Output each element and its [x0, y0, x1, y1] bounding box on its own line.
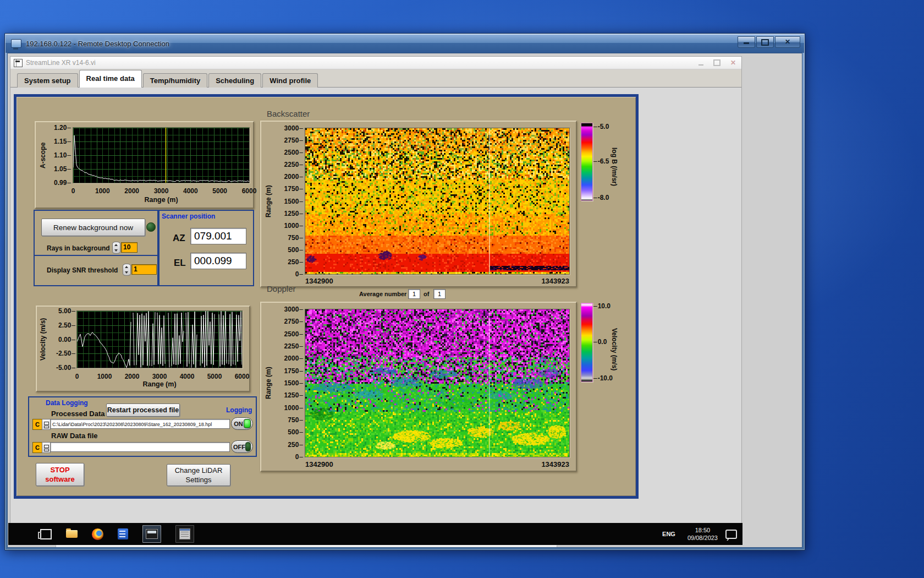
app-close-icon[interactable]: ✕: [730, 59, 736, 67]
backscatter-x-end: 1343923: [541, 277, 569, 285]
snr-spinner[interactable]: [123, 264, 131, 276]
processed-path-field[interactable]: C:\Lidar\Data\Proc\2023\202308\20230809\…: [50, 419, 230, 429]
velocity-x-axis-label: Range (m): [77, 380, 242, 388]
backscatter-y-ticks: 3000275025002250200017501500125010007505…: [278, 128, 303, 274]
file-explorer-icon[interactable]: [66, 530, 78, 538]
data-logging-group: Data Logging Processed Data file Restart…: [28, 396, 257, 457]
app-minimize-icon[interactable]: [698, 64, 703, 66]
close-icon: ✕: [776, 37, 800, 47]
rdp-titlebar[interactable]: 192.168.0.122 - Remote Desktop Connectio…: [6, 34, 804, 53]
processed-path-browse-icon[interactable]: [42, 419, 51, 430]
scheduler-icon: [179, 528, 190, 539]
backscatter-plot[interactable]: [305, 128, 570, 275]
minimize-icon: [744, 42, 749, 44]
change-line2: Settings: [186, 475, 212, 484]
doppler-plot[interactable]: [305, 309, 570, 457]
processed-toggle-label: ON: [233, 421, 244, 427]
ascope-x-ticks: 0100020003000400050006000: [73, 186, 249, 194]
tab-strip: System setup Real time data Temp/humidit…: [10, 69, 741, 88]
doppler-title: Doppler: [267, 284, 296, 293]
document-app-icon[interactable]: [118, 528, 128, 539]
raw-toggle-lamp-icon: [245, 442, 251, 451]
doppler-graph: Range (m) 300027502500225020001750150012…: [260, 302, 577, 472]
rays-value-field[interactable]: 10: [121, 242, 138, 253]
firefox-icon[interactable]: [92, 528, 103, 540]
velocity-x-ticks: 0100020003000400050006000: [77, 372, 242, 379]
doppler-x-end: 1343923: [541, 460, 569, 468]
renew-background-button[interactable]: Renew background now: [41, 219, 145, 236]
stop-software-button[interactable]: STOP software: [36, 463, 84, 486]
ascope-y-axis-label: A-scope: [39, 128, 47, 183]
rdp-close-button[interactable]: ✕: [775, 36, 800, 48]
velocity-graph: Velocity (m/s) 5.002.500.00-2.50-5.00 01…: [36, 306, 250, 392]
active-app-taskbar-button[interactable]: [142, 525, 161, 543]
restart-processed-file-button[interactable]: Restart processed file: [106, 403, 180, 417]
app-title: StreamLine XR v14-6.vi: [26, 59, 96, 67]
rays-spinner[interactable]: [112, 242, 120, 254]
el-value-field[interactable]: 000.099: [190, 253, 246, 269]
raw-path-browse-icon[interactable]: [42, 442, 51, 453]
raw-path-field[interactable]: [50, 442, 230, 452]
processed-toggle-lamp-icon: [244, 419, 251, 428]
processed-drive-box[interactable]: C: [32, 419, 42, 430]
monitor-icon: [146, 529, 158, 539]
doppler-y-ticks: 3000275025002250200017501500125010007505…: [278, 309, 303, 457]
remote-desktop: StreamLine XR v14-6.vi ✕ System setup Re…: [7, 53, 802, 548]
spinner-down-icon[interactable]: [125, 271, 128, 274]
task-view-icon[interactable]: [40, 529, 52, 539]
rdp-icon: [11, 39, 21, 48]
doppler-y-axis-label: Range (m): [265, 309, 272, 457]
backscatter-y-axis-label: Range (m): [265, 128, 272, 274]
backscatter-x-start: 1342900: [305, 277, 333, 285]
tab-scheduling[interactable]: Scheduling: [208, 73, 261, 88]
change-line1: Change LiDAR: [175, 466, 223, 475]
raw-drive-box[interactable]: C: [32, 442, 42, 453]
app-titlebar[interactable]: StreamLine XR v14-6.vi: [10, 57, 741, 69]
raw-toggle-label: OFF: [233, 444, 245, 450]
snr-value-field[interactable]: 1: [131, 264, 157, 275]
renew-led-indicator: [146, 222, 156, 232]
velocity-y-axis-label: Velocity (m/s): [39, 311, 47, 368]
rdp-maximize-button[interactable]: [756, 36, 774, 48]
stop-line2: software: [45, 475, 74, 484]
average-number-field[interactable]: 1: [408, 289, 420, 299]
logging-label: Logging: [226, 406, 252, 414]
app-maximize-icon[interactable]: [713, 59, 721, 66]
scanner-position-group: Scanner position AZ 079.001 EL 000.099: [157, 210, 254, 286]
spinner-up-icon[interactable]: [125, 266, 128, 268]
notification-center-icon[interactable]: [725, 530, 737, 539]
language-indicator[interactable]: ENG: [658, 527, 680, 541]
processed-logging-toggle[interactable]: ON: [231, 417, 253, 430]
app-icon: [14, 59, 23, 67]
tab-system-setup[interactable]: System setup: [17, 73, 78, 88]
tab-wind-profile[interactable]: Wind profile: [262, 73, 318, 88]
ascope-graph: A-scope 1.201.151.101.050.99 01000200030…: [35, 121, 254, 209]
scheduler-app-taskbar-button[interactable]: [175, 525, 194, 543]
raw-logging-toggle[interactable]: OFF: [231, 440, 253, 453]
taskbar-clock[interactable]: 18:50 09/08/2023: [688, 526, 718, 542]
main-panel: A-scope 1.201.151.101.050.99 01000200030…: [14, 94, 639, 499]
stop-line1: STOP: [50, 465, 69, 475]
change-lidar-settings-button[interactable]: Change LiDAR Settings: [167, 464, 230, 486]
spinner-down-icon[interactable]: [114, 249, 118, 252]
scanner-position-title: Scanner position: [162, 212, 215, 220]
backscatter-colorbar: [581, 123, 593, 201]
tab-real-time-data[interactable]: Real time data: [79, 70, 142, 88]
rdp-title: 192.168.0.122 - Remote Desktop Connectio…: [26, 40, 169, 48]
az-value-field[interactable]: 079.001: [190, 228, 246, 244]
doppler-colorbar-label: Velocity (m/s): [610, 308, 618, 391]
ascope-plot[interactable]: [73, 127, 250, 183]
velocity-y-ticks: 5.002.500.00-2.50-5.00: [49, 311, 75, 368]
rays-in-background-label: Rays in background: [47, 244, 110, 252]
tab-temp-humidity[interactable]: Temp/humidity: [143, 73, 207, 88]
backscatter-colorbar-label: log B (/m/sr): [610, 126, 618, 208]
spinner-up-icon[interactable]: [114, 244, 118, 246]
average-total-field[interactable]: 1: [433, 289, 446, 299]
ascope-y-ticks: 1.201.151.101.050.99: [49, 128, 71, 183]
ascope-x-axis-label: Range (m): [73, 196, 249, 204]
desktop: 192.168.0.122 - Remote Desktop Connectio…: [0, 0, 924, 578]
rdp-minimize-button[interactable]: [738, 36, 755, 48]
controls-divider: [34, 255, 157, 256]
clock-time: 18:50: [695, 526, 711, 534]
velocity-plot[interactable]: [76, 310, 243, 368]
